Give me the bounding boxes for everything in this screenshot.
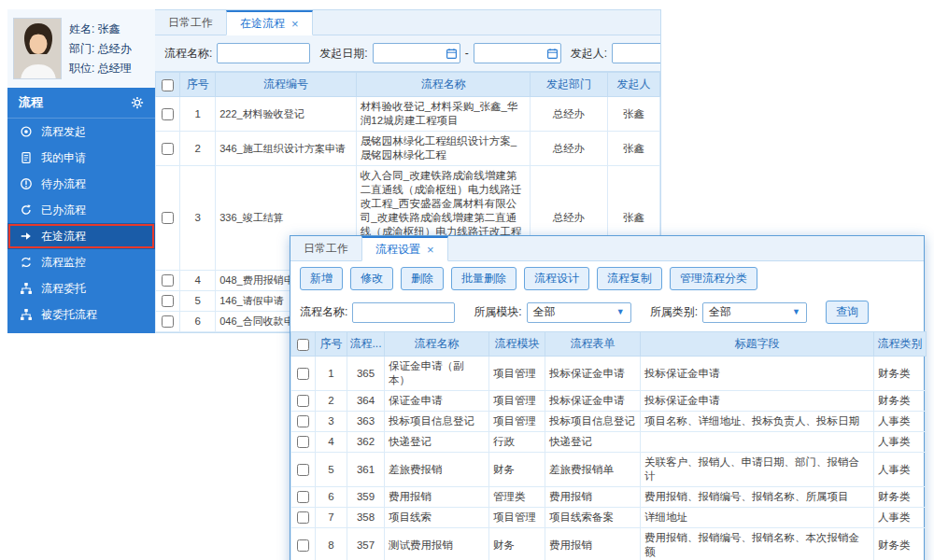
row-checkbox[interactable] <box>297 415 309 427</box>
row-checkbox[interactable] <box>297 436 309 448</box>
module-select-value: 全部 <box>533 304 556 320</box>
cell-process-module: 行政 <box>489 432 545 453</box>
cell-process-form: 项目线索备案 <box>545 508 641 528</box>
tab-in-transit[interactable]: 在途流程 × <box>226 10 313 35</box>
cell-title-fields: 投标保证金申请 <box>641 391 874 412</box>
sidebar-item-process-monitor[interactable]: 流程监控 <box>7 249 155 275</box>
cell-seq: 5 <box>180 291 216 312</box>
date-to-input[interactable] <box>474 43 561 63</box>
date-from-input[interactable] <box>373 43 460 63</box>
cell-title-fields: 费用报销、报销编号、报销名称、所属项目 <box>641 487 874 508</box>
cell-process-category: 人事类 <box>874 432 927 453</box>
row-checkbox[interactable] <box>297 395 309 407</box>
cell-process-name: 保证金申请 <box>385 391 489 412</box>
cell-process-form: 差旅费报销单 <box>545 453 641 487</box>
row-checkbox[interactable] <box>297 491 309 503</box>
popup-process-name-input[interactable] <box>352 302 455 323</box>
row-checkbox[interactable] <box>297 511 309 524</box>
sidebar-item-delegated-processes[interactable]: 被委托流程 <box>7 301 155 328</box>
row-checkbox[interactable] <box>162 274 174 287</box>
table-row[interactable]: 1 365 保证金申请（副本） 项目管理 投标保证金申请 投标保证金申请 财务类 <box>291 357 927 391</box>
initiator-input[interactable] <box>612 43 661 63</box>
main-filterbar: 流程名称: 发起日期: - 发起人: <box>155 35 660 72</box>
batch-delete-button[interactable]: 批量删除 <box>451 267 517 290</box>
cell-process-id: 361 <box>347 453 385 487</box>
row-checkbox[interactable] <box>162 108 174 120</box>
col-dept: 发起部门 <box>531 73 607 97</box>
table-row[interactable]: 4 362 快递登记 行政 快递登记 人事类 <box>291 432 927 453</box>
cell-process-id: 365 <box>347 357 385 391</box>
process-copy-button[interactable]: 流程复制 <box>597 267 662 290</box>
sidebar-item-process-delegation[interactable]: 流程委托 <box>7 275 155 301</box>
sidebar-item-my-applications[interactable]: 我的申请 <box>7 145 155 171</box>
row-checkbox[interactable] <box>297 464 309 476</box>
row-checkbox[interactable] <box>297 539 309 552</box>
table-row[interactable]: 1 222_材料验收登记 材料验收登记_材料采购_张鑫_华润12城房建工程项目 … <box>156 97 660 132</box>
module-label: 所属模块: <box>474 304 521 320</box>
cell-process-module: 管理类 <box>489 487 545 508</box>
cell-seq: 6 <box>316 487 347 508</box>
cell-process-name: 项目线索 <box>385 508 489 528</box>
tab-daily-work[interactable]: 日常工作 <box>155 10 226 35</box>
cell-process-id: 364 <box>347 391 385 412</box>
row-checkbox[interactable] <box>297 368 309 380</box>
table-row[interactable]: 2 364 保证金申请 项目管理 投标保证金申请 投标保证金申请 财务类 <box>291 391 927 412</box>
select-all-checkbox[interactable] <box>297 339 309 351</box>
table-row[interactable]: 3 363 投标项目信息登记 项目管理 投标项目信息登记 项目名称、详细地址、投… <box>291 412 927 432</box>
table-row[interactable]: 7 358 项目线索 项目管理 项目线索备案 详细地址 人事类 <box>291 508 927 528</box>
close-icon[interactable]: × <box>291 18 299 30</box>
popup-filterbar: 流程名称: 所属模块: 全部 ▼ 所属类别: 全部 ▼ 查询 <box>290 295 924 331</box>
table-row[interactable]: 5 361 差旅费报销 财务 差旅费报销单 关联客户、报销人、申请日期、部门、报… <box>291 453 927 487</box>
cell-process-category: 财务类 <box>874 391 927 412</box>
module-select[interactable]: 全部 ▼ <box>527 302 631 323</box>
start-date-from <box>373 43 460 63</box>
cell-seq: 2 <box>316 391 347 412</box>
process-name-input[interactable] <box>217 43 310 63</box>
edit-button[interactable]: 修改 <box>350 267 393 290</box>
sidebar-item-process-start[interactable]: 流程发起 <box>7 119 155 145</box>
gear-icon[interactable] <box>131 96 144 109</box>
sidebar-item-label: 流程监控 <box>41 255 86 271</box>
cell-process-name: 保证金申请（副本） <box>385 357 489 391</box>
cell-process-category: 财务类 <box>874 528 927 560</box>
sidebar-item-completed-processes[interactable]: 已办流程 <box>7 197 155 223</box>
table-row[interactable]: 2 346_施工组织设计方案申请 晟铭园林绿化工程组织设计方案_晟铭园林绿化工程… <box>156 132 660 166</box>
category-select[interactable]: 全部 ▼ <box>702 302 807 323</box>
tab-process-settings[interactable]: 流程设置 × <box>361 236 448 261</box>
row-checkbox[interactable] <box>162 295 174 307</box>
cell-initiator: 张鑫 <box>607 97 659 132</box>
cell-process-module: 项目管理 <box>489 357 545 391</box>
cell-process-name: 投标项目信息登记 <box>385 412 489 432</box>
cell-name: 材料验收登记_材料采购_张鑫_华润12城房建工程项目 <box>356 97 531 132</box>
sidebar-item-pending-processes[interactable]: 待办流程 <box>7 171 155 197</box>
add-button[interactable]: 新增 <box>300 267 343 290</box>
cell-process-id: 358 <box>347 508 385 528</box>
cell-process-name: 测试费用报销 <box>385 528 489 560</box>
cell-process-module: 财务 <box>489 453 545 487</box>
select-all-checkbox[interactable] <box>162 79 174 91</box>
table-row[interactable]: 8 357 测试费用报销 财务 费用报销 费用报销、报销编号、报销名称、本次报销… <box>291 528 927 560</box>
process-design-button[interactable]: 流程设计 <box>524 267 589 290</box>
table-header-row: 序号 流程... 流程名称 流程模块 流程表单 标题字段 流程类别 <box>291 332 927 357</box>
cell-title-fields: 关联客户、报销人、申请日期、部门、报销合计 <box>641 453 874 487</box>
sidebar-item-label: 我的申请 <box>41 150 86 166</box>
row-checkbox[interactable] <box>162 212 174 224</box>
delete-button[interactable]: 删除 <box>401 267 444 290</box>
popup-toolbar: 新增 修改 删除 批量删除 流程设计 流程复制 管理流程分类 <box>290 261 924 295</box>
row-checkbox[interactable] <box>162 143 174 155</box>
profile-info: 姓名: 张鑫 部门: 总经办 职位: 总经理 <box>69 20 132 78</box>
cell-process-category: 人事类 <box>874 412 927 432</box>
table-row[interactable]: 6 359 费用报销 管理类 费用报销 费用报销、报销编号、报销名称、所属项目 … <box>291 487 927 508</box>
search-button[interactable]: 查询 <box>826 301 869 324</box>
cell-process-id: 363 <box>347 412 385 432</box>
sidebar-item-in-transit-processes[interactable]: 在途流程 <box>7 223 155 249</box>
cell-title-fields: 项目名称、详细地址、投标负责人、投标日期 <box>641 412 874 432</box>
cell-seq: 8 <box>316 528 347 560</box>
cell-process-form: 投标项目信息登记 <box>545 412 641 432</box>
tab-daily-work-popup[interactable]: 日常工作 <box>290 236 361 260</box>
row-checkbox[interactable] <box>162 315 174 328</box>
cell-title-fields <box>641 432 874 453</box>
manage-category-button[interactable]: 管理流程分类 <box>670 267 757 290</box>
close-icon[interactable]: × <box>427 244 434 256</box>
broadcast-icon <box>20 125 33 138</box>
